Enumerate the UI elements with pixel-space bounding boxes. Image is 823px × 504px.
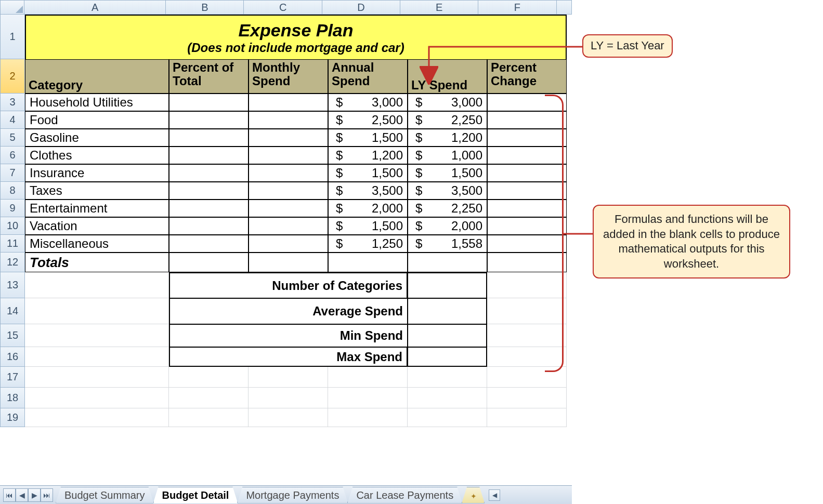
tab-budget-summary[interactable]: Budget Summary <box>56 487 154 503</box>
cell-C12[interactable] <box>249 253 328 272</box>
cell-category-8[interactable]: Taxes <box>25 182 169 200</box>
row-header-16[interactable]: 16 <box>0 347 25 367</box>
cell-C4[interactable] <box>249 111 328 129</box>
cell-D17[interactable] <box>328 367 408 388</box>
cell-category-4[interactable]: Food <box>25 111 169 129</box>
tab-nav-prev[interactable]: ◀ <box>16 488 28 502</box>
cell-C11[interactable] <box>249 235 328 253</box>
cell-category-10[interactable]: Vacation <box>25 217 169 235</box>
tab-mortgage-payments[interactable]: Mortgage Payments <box>237 487 348 503</box>
cell-ly-9[interactable]: $2,250 <box>408 200 487 217</box>
cell-B17[interactable] <box>169 367 249 388</box>
tab-nav-next[interactable]: ▶ <box>28 488 41 502</box>
cell-C9[interactable] <box>249 200 328 217</box>
row-header-17[interactable]: 17 <box>0 367 25 388</box>
cell-category-7[interactable]: Insurance <box>25 164 169 182</box>
cell-B3[interactable] <box>169 94 249 111</box>
cell-B12[interactable] <box>169 253 249 272</box>
cell-category-3[interactable]: Household Utilities <box>25 94 169 111</box>
row-header-10[interactable]: 10 <box>0 217 25 235</box>
row-header-14[interactable]: 14 <box>0 298 25 324</box>
cell-ly-6[interactable]: $1,000 <box>408 147 487 164</box>
cell-C10[interactable] <box>249 217 328 235</box>
stat-value-max[interactable] <box>408 347 487 367</box>
tab-budget-detail[interactable]: Budget Detail <box>153 487 238 503</box>
cell-E19[interactable] <box>408 408 487 427</box>
tab-car-lease-payments[interactable]: Car Lease Payments <box>347 487 462 503</box>
cell-D18[interactable] <box>328 388 408 408</box>
cell-C7[interactable] <box>249 164 328 182</box>
stat-value-avg[interactable] <box>408 298 487 324</box>
select-all-corner[interactable] <box>0 0 24 15</box>
cell-C17[interactable] <box>249 367 328 388</box>
row-header-13[interactable]: 13 <box>0 272 25 298</box>
col-header-D[interactable]: D <box>322 0 400 15</box>
row-header-6[interactable]: 6 <box>0 147 25 164</box>
cell-A18[interactable] <box>25 388 169 408</box>
cell-B5[interactable] <box>169 129 249 147</box>
cell-ly-11[interactable]: $1,558 <box>408 235 487 253</box>
cell-ly-4[interactable]: $2,250 <box>408 111 487 129</box>
stat-label-max[interactable]: Max Spend <box>169 347 408 367</box>
cell-ly-7[interactable]: $1,500 <box>408 164 487 182</box>
cell-ly-5[interactable]: $1,200 <box>408 129 487 147</box>
cell-B9[interactable] <box>169 200 249 217</box>
header-monthly-spend[interactable]: Monthly Spend <box>249 59 328 94</box>
scroll-left-button[interactable]: ◀ <box>489 489 500 501</box>
cell-A13[interactable] <box>25 272 169 298</box>
col-header-E[interactable]: E <box>400 0 478 15</box>
cell-D12[interactable] <box>328 253 408 272</box>
cell-A15[interactable] <box>25 324 169 347</box>
stat-value-min[interactable] <box>408 324 487 347</box>
row-header-12[interactable]: 12 <box>0 253 25 272</box>
col-header-G[interactable] <box>557 0 572 15</box>
row-header-5[interactable]: 5 <box>0 129 25 147</box>
cell-C18[interactable] <box>249 388 328 408</box>
cell-annual-9[interactable]: $2,000 <box>328 200 408 217</box>
cell-F18[interactable] <box>487 388 567 408</box>
cell-annual-10[interactable]: $1,500 <box>328 217 408 235</box>
cell-annual-6[interactable]: $1,200 <box>328 147 408 164</box>
row-header-4[interactable]: 4 <box>0 111 25 129</box>
cell-B4[interactable] <box>169 111 249 129</box>
cell-B11[interactable] <box>169 235 249 253</box>
row-header-2[interactable]: 2 <box>0 59 25 94</box>
col-header-F[interactable]: F <box>478 0 556 15</box>
cell-category-5[interactable]: Gasoline <box>25 129 169 147</box>
row-header-15[interactable]: 15 <box>0 324 25 347</box>
cell-category-6[interactable]: Clothes <box>25 147 169 164</box>
row-header-3[interactable]: 3 <box>0 94 25 111</box>
cell-ly-10[interactable]: $2,000 <box>408 217 487 235</box>
cell-ly-3[interactable]: $3,000 <box>408 94 487 111</box>
cell-category-11[interactable]: Miscellaneous <box>25 235 169 253</box>
stat-label-avg[interactable]: Average Spend <box>169 298 408 324</box>
row-header-11[interactable]: 11 <box>0 235 25 253</box>
cell-B18[interactable] <box>169 388 249 408</box>
header-percent-total[interactable]: Percent of Total <box>169 59 249 94</box>
cell-E12[interactable] <box>408 253 487 272</box>
cell-B19[interactable] <box>169 408 249 427</box>
cell-annual-5[interactable]: $1,500 <box>328 129 408 147</box>
row-header-7[interactable]: 7 <box>0 164 25 182</box>
col-header-A[interactable]: A <box>24 0 166 15</box>
stat-label-numcat[interactable]: Number of Categories <box>169 272 408 298</box>
row-header-18[interactable]: 18 <box>0 388 25 408</box>
horizontal-scrollbar[interactable]: ◀ <box>485 489 572 501</box>
header-category[interactable]: Category <box>25 59 169 94</box>
cell-annual-8[interactable]: $3,500 <box>328 182 408 200</box>
totals-label[interactable]: Totals <box>25 253 169 272</box>
new-sheet-tab[interactable]: ✦ <box>462 487 485 503</box>
row-header-1[interactable]: 1 <box>0 15 25 59</box>
row-header-9[interactable]: 9 <box>0 200 25 217</box>
tab-nav-last[interactable]: ⏭ <box>41 488 53 502</box>
cell-annual-4[interactable]: $2,500 <box>328 111 408 129</box>
cell-A17[interactable] <box>25 367 169 388</box>
cell-A16[interactable] <box>25 347 169 367</box>
tab-nav-first[interactable]: ⏮ <box>3 488 16 502</box>
cell-A14[interactable] <box>25 298 169 324</box>
cell-C5[interactable] <box>249 129 328 147</box>
cell-B10[interactable] <box>169 217 249 235</box>
cell-C19[interactable] <box>249 408 328 427</box>
stat-value-numcat[interactable] <box>408 272 487 298</box>
col-header-C[interactable]: C <box>244 0 322 15</box>
